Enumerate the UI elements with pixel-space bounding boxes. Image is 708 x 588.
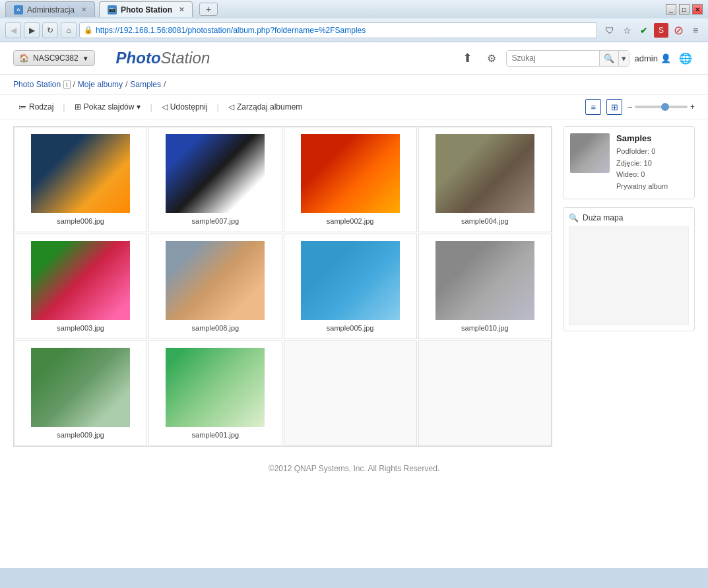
share-label: Udostępnij xyxy=(170,102,208,112)
view-list-icon: ≡ xyxy=(591,102,596,112)
photo-thumb-6 xyxy=(166,241,265,320)
photo-grid: sample006.jpg sample007.jpg sample002.jp… xyxy=(13,126,552,447)
tab-favicon-admin: A xyxy=(14,5,23,15)
sort-button[interactable]: ≔ Rodzaj xyxy=(13,100,59,114)
stop-icon[interactable]: ⊘ xyxy=(671,23,686,38)
forward-icon: ▶ xyxy=(29,26,35,35)
large-map-header[interactable]: 🔍 Duża mapa xyxy=(569,213,689,222)
main-layout: sample006.jpg sample007.jpg sample002.jp… xyxy=(0,119,708,453)
back-button[interactable]: ◀ xyxy=(5,22,21,38)
user-icon: 👤 xyxy=(660,53,671,63)
photo-thumb-10 xyxy=(166,348,265,427)
slideshow-dropdown-icon: ▾ xyxy=(137,102,141,112)
new-tab-button[interactable]: + xyxy=(199,3,218,16)
home-icon: ⌂ xyxy=(66,26,71,35)
sync-icon[interactable]: S xyxy=(654,23,668,38)
window-controls: _ □ ✕ xyxy=(666,4,703,15)
tab-label-photo: Photo Station xyxy=(121,5,172,15)
toolbar: ≔ Rodzaj | ⊞ Pokaz slajdów ▾ | ◁ Udostęp… xyxy=(0,95,708,119)
zoom-slider[interactable] xyxy=(635,106,688,108)
photo-thumb-9 xyxy=(31,348,130,427)
video-count: 0 xyxy=(641,170,645,178)
photo-info: Zdjęcie: 10 xyxy=(616,158,688,170)
search-input[interactable] xyxy=(507,51,599,65)
photo-cell-3[interactable]: sample002.jpg xyxy=(284,127,417,232)
settings-button[interactable]: ⚙ xyxy=(482,49,501,67)
photo-count: 10 xyxy=(644,159,652,167)
sidebar: Samples Podfolder: 0 Zdjęcie: 10 xyxy=(563,126,695,447)
tab-close-photo[interactable]: ✕ xyxy=(179,6,184,13)
close-button[interactable]: ✕ xyxy=(692,4,703,15)
address-text: https://192.168.1.56:8081/photostation/a… xyxy=(96,26,366,35)
upload-button[interactable]: ⬆ xyxy=(459,49,477,67)
refresh-button[interactable]: ↻ xyxy=(42,22,58,38)
view-grid-button[interactable]: ⊞ xyxy=(606,99,622,115)
manage-button[interactable]: ◁ Zarządaj albumem xyxy=(223,100,307,114)
photo-cell-1[interactable]: sample006.jpg xyxy=(14,127,147,232)
breadcrumb-app-link[interactable]: Photo Station xyxy=(13,80,61,89)
photo-thumb-4 xyxy=(435,134,534,213)
tab-inactive[interactable]: A Administracja ✕ xyxy=(5,1,95,17)
nav-bar: ◀ ▶ ↻ ⌂ 🔒 https://192.168.1.56:8081/phot… xyxy=(0,18,708,42)
photo-label-9: sample009.jpg xyxy=(57,431,104,439)
forward-button[interactable]: ▶ xyxy=(24,22,40,38)
photo-label-10: sample001.jpg xyxy=(192,431,240,439)
header-actions: ⬆ ⚙ 🔍 ▾ admin 👤 🌐 xyxy=(459,49,695,67)
photo-label-4: sample004.jpg xyxy=(461,217,509,225)
app-container: 🏠 NASC9C382 ▼ PhotoStation ⬆ ⚙ 🔍 ▾ xyxy=(0,42,708,568)
nav-icons: 🛡 ☆ ✔ S ⊘ ≡ xyxy=(602,23,703,38)
share-button[interactable]: ◁ Udostępnij xyxy=(156,100,213,114)
tab-close-admin[interactable]: ✕ xyxy=(81,6,86,13)
upload-icon: ⬆ xyxy=(463,51,472,65)
photo-cell-empty-2 xyxy=(418,341,552,446)
search-button[interactable]: 🔍 xyxy=(599,51,618,66)
slideshow-button[interactable]: ⊞ Pokaz slajdów ▾ xyxy=(69,100,146,114)
album-name: Samples xyxy=(616,133,688,143)
tab-active[interactable]: 📷 Photo Station ✕ xyxy=(99,1,193,17)
photo-cell-8[interactable]: sample010.jpg xyxy=(418,234,552,339)
check-icon: ✔ xyxy=(637,23,651,38)
home-button[interactable]: ⌂ xyxy=(61,22,77,38)
album-details: Samples Podfolder: 0 Zdjęcie: 10 xyxy=(616,133,688,192)
breadcrumb: Photo Station i / Moje albumy / Samples … xyxy=(0,75,708,95)
photo-thumb-5 xyxy=(31,241,130,320)
menu-icon[interactable]: ≡ xyxy=(688,23,703,38)
view-list-button[interactable]: ≡ xyxy=(585,99,601,115)
nas-dropdown-icon: ▼ xyxy=(82,55,89,62)
zoom-control: – + xyxy=(628,102,695,112)
zoom-thumb[interactable] xyxy=(661,103,669,111)
photo-cell-6[interactable]: sample008.jpg xyxy=(148,234,282,339)
browser-window: A Administracja ✕ 📷 Photo Station ✕ + _ … xyxy=(0,0,708,42)
logo-photo: Photo xyxy=(116,49,161,67)
toolbar-sep2: | xyxy=(150,102,152,112)
search-dropdown-button[interactable]: ▾ xyxy=(618,51,629,66)
tab-favicon-photo: 📷 xyxy=(108,5,117,15)
breadcrumb-sep3: / xyxy=(164,80,166,89)
refresh-icon: ↻ xyxy=(47,26,53,35)
lock-icon: 🔒 xyxy=(84,26,93,34)
breadcrumb-info-icon: i xyxy=(63,80,70,89)
breadcrumb-current-link[interactable]: Samples xyxy=(130,80,161,89)
photo-cell-4[interactable]: sample004.jpg xyxy=(418,127,552,232)
breadcrumb-albums-link[interactable]: Moje albumy xyxy=(78,80,123,89)
back-icon: ◀ xyxy=(11,26,16,35)
photo-cell-5[interactable]: sample003.jpg xyxy=(14,234,147,339)
view-grid-icon: ⊞ xyxy=(611,102,618,112)
photo-cell-2[interactable]: sample007.jpg xyxy=(148,127,282,232)
user-name: admin xyxy=(635,53,658,63)
photo-cell-7[interactable]: sample005.jpg xyxy=(284,234,417,339)
photo-cell-10[interactable]: sample001.jpg xyxy=(148,341,282,446)
logo-station: Station xyxy=(161,49,210,67)
user-area[interactable]: admin 👤 xyxy=(635,53,671,63)
nas-selector[interactable]: 🏠 NASC9C382 ▼ xyxy=(13,50,95,66)
private-label: Prywatny album xyxy=(616,181,688,193)
large-map-label: Duża mapa xyxy=(583,213,623,222)
minimize-button[interactable]: _ xyxy=(666,4,676,15)
video-label: Wideo: xyxy=(616,170,639,178)
star-icon[interactable]: ☆ xyxy=(620,23,634,38)
maximize-button[interactable]: □ xyxy=(679,4,690,15)
address-bar[interactable]: 🔒 https://192.168.1.56:8081/photostation… xyxy=(79,22,597,38)
globe-button[interactable]: 🌐 xyxy=(676,49,695,67)
photo-cell-9[interactable]: sample009.jpg xyxy=(14,341,147,446)
subfolder-label: Podfolder: xyxy=(616,147,649,155)
